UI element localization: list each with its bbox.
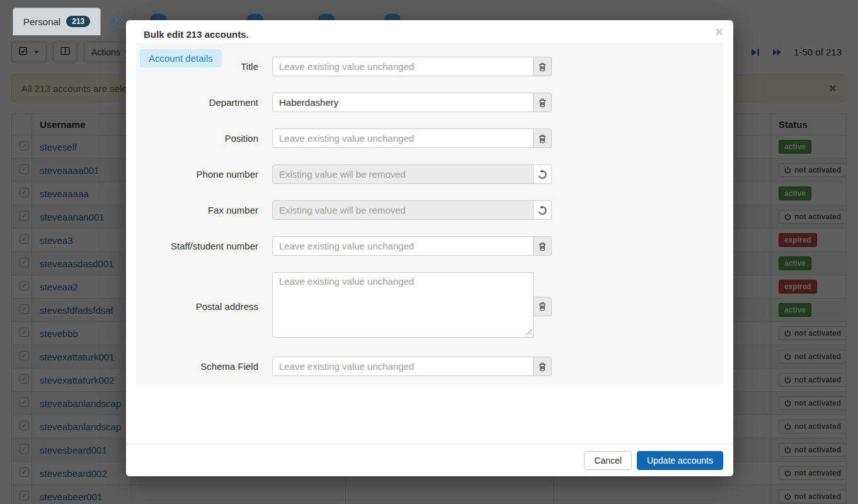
- field-label: Staff/student number: [136, 241, 258, 251]
- trash-icon: [539, 242, 546, 251]
- modal-panel: Account details TitleDepartmentPositionP…: [136, 43, 723, 384]
- staff-student-number-input[interactable]: [272, 236, 534, 256]
- clear-value-button[interactable]: [533, 236, 552, 256]
- accounts-page: Actions 1-50 of 213 All 213 accounts are…: [0, 0, 858, 504]
- bulk-edit-modal: Bulk edit 213 accounts. × Account detail…: [126, 20, 733, 476]
- cancel-button[interactable]: Cancel: [584, 451, 632, 470]
- form-row: Phone number: [136, 164, 723, 184]
- tab-personal[interactable]: Personal 213: [13, 8, 101, 35]
- form-row: Title: [136, 57, 723, 76]
- clear-value-button[interactable]: [533, 93, 552, 112]
- phone-number-input: [272, 164, 534, 184]
- schema-field-input[interactable]: [272, 357, 534, 376]
- trash-icon: [539, 62, 546, 71]
- position-input[interactable]: [272, 129, 534, 148]
- clear-value-button[interactable]: [533, 357, 552, 376]
- trash-icon: [539, 134, 546, 143]
- fax-number-input: [272, 200, 534, 220]
- field-label: Postal address: [136, 301, 258, 312]
- field-label: Fax number: [136, 205, 258, 215]
- undo-icon: [538, 170, 547, 179]
- clear-value-button[interactable]: [533, 57, 552, 76]
- clear-value-button[interactable]: [533, 129, 552, 148]
- tab-personal-count-badge: 213: [66, 16, 90, 27]
- title-input[interactable]: [272, 57, 534, 76]
- field-label: Department: [136, 97, 258, 108]
- department-input[interactable]: [272, 93, 534, 112]
- restore-value-button[interactable]: [533, 200, 552, 220]
- clear-value-button[interactable]: [533, 297, 552, 316]
- field-label: Schema Field: [136, 361, 258, 372]
- tab-accounts-partial[interactable]: Acc: [110, 16, 126, 26]
- postal-address-textarea[interactable]: [272, 272, 534, 338]
- trash-icon: [539, 98, 546, 107]
- trash-icon: [539, 302, 546, 311]
- field-label: Position: [136, 133, 258, 144]
- modal-footer: Cancel Update accounts: [126, 444, 733, 476]
- field-label: Phone number: [136, 169, 258, 180]
- form-row: Postal address: [136, 272, 723, 340]
- restore-value-button[interactable]: [533, 164, 552, 184]
- trash-icon: [539, 362, 546, 371]
- field-label: Title: [136, 61, 258, 72]
- form-row: Position: [136, 129, 723, 148]
- form-row: Fax number: [136, 200, 723, 220]
- modal-close-icon[interactable]: ×: [715, 25, 723, 39]
- update-accounts-button[interactable]: Update accounts: [637, 451, 723, 470]
- modal-title: Bulk edit 213 accounts.: [144, 29, 249, 40]
- form-row: Schema Field: [136, 357, 723, 376]
- bulk-edit-form: TitleDepartmentPositionPhone numberFax n…: [136, 57, 723, 392]
- undo-icon: [538, 206, 547, 215]
- form-row: Department: [136, 93, 723, 112]
- form-row: Staff/student number: [136, 236, 723, 256]
- tab-personal-label: Personal: [23, 16, 60, 27]
